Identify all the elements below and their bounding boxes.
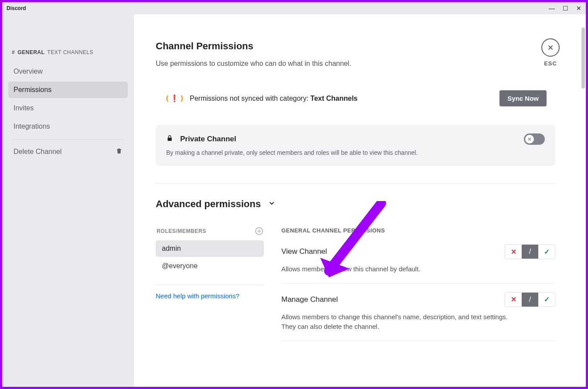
sync-prefix: Permissions not synced with category: [190,95,311,102]
close-button[interactable] [541,38,560,57]
chevron-down-icon [268,199,276,209]
add-role-button[interactable]: + [255,227,263,235]
advanced-permissions-title: Advanced permissions [156,198,261,210]
page-subtitle: Use permissions to customize who can do … [156,60,555,68]
trash-icon [116,147,123,156]
close-settings: ESC [541,38,560,67]
help-permissions-link[interactable]: Need help with permissions? [156,292,239,300]
sidebar-item-invites[interactable]: Invites [8,100,128,116]
sync-now-button[interactable]: Sync Now [499,90,547,106]
toggle-thumb [525,135,534,143]
permission-allow-button[interactable]: ✓ [538,293,555,307]
permissions-section-header: GENERAL CHANNEL PERMISSIONS [281,227,555,234]
sync-notice: ❪❗❫ Permissions not synced with category… [156,85,555,112]
permission-divider [281,283,555,283]
channel-name: GENERAL [17,49,44,55]
app-name: Discord [7,5,26,11]
permissions-list: GENERAL CHANNEL PERMISSIONS View Channel… [281,227,555,350]
minimize-icon[interactable]: — [549,5,555,12]
permission-description: Allows members to view this channel by d… [281,264,508,274]
titlebar: Discord — ☐ ✕ [2,2,586,14]
permission-deny-button[interactable]: ✕ [505,293,522,307]
advanced-permissions-header[interactable]: Advanced permissions [156,198,555,210]
permissions-columns: ROLES/MEMBERS + admin @everyone Need hel… [156,227,555,350]
permission-divider [281,341,555,341]
roles-members-header: ROLES/MEMBERS [157,228,206,234]
permission-row-manage-channel: Manage Channel ✕ / ✓ Allows members to c… [281,292,555,332]
sidebar-item-integrations[interactable]: Integrations [8,118,128,135]
role-item-admin[interactable]: admin [156,240,264,257]
maximize-icon[interactable]: ☐ [563,5,568,12]
channel-category: TEXT CHANNELS [47,49,93,55]
section-divider [156,183,555,184]
close-label: ESC [541,60,560,67]
delete-channel-label: Delete Channel [14,148,62,156]
lock-icon [166,134,173,144]
close-window-icon[interactable]: ✕ [576,5,581,12]
sidebar-item-permissions[interactable]: Permissions [8,82,128,98]
permission-name: Manage Channel [281,295,338,304]
permission-tri-toggle: ✕ / ✓ [505,292,555,307]
sync-category: Text Channels [311,95,358,102]
sync-text: Permissions not synced with category: Te… [190,95,358,102]
warning-icon: ❪❗❫ [164,94,185,102]
roles-divider [156,285,264,285]
role-item-everyone[interactable]: @everyone [156,258,264,274]
content-area: ESC Channel Permissions Use permissions … [134,14,586,387]
window-controls: — ☐ ✕ [549,5,581,12]
page-title: Channel Permissions [156,41,555,52]
private-channel-card: Private Channel By making a channel priv… [156,125,555,166]
hash-icon: # [12,49,15,55]
permission-neutral-button[interactable]: / [522,245,538,259]
private-channel-description: By making a channel private, only select… [166,149,545,156]
settings-sidebar: # GENERAL TEXT CHANNELS Overview Permiss… [2,14,134,387]
sidebar-divider [13,139,123,140]
app-body: # GENERAL TEXT CHANNELS Overview Permiss… [2,14,586,387]
sidebar-channel-header: # GENERAL TEXT CHANNELS [12,49,128,55]
sidebar-item-overview[interactable]: Overview [8,63,128,80]
app-window: Discord — ☐ ✕ # GENERAL TEXT CHANNELS Ov… [2,2,586,387]
private-channel-toggle[interactable] [524,133,545,145]
permission-allow-button[interactable]: ✓ [538,245,555,259]
permission-deny-button[interactable]: ✕ [505,245,522,259]
roles-column: ROLES/MEMBERS + admin @everyone Need hel… [156,227,264,350]
permission-name: View Channel [281,247,327,256]
sidebar-delete-channel[interactable]: Delete Channel [8,143,128,160]
permission-row-view-channel: View Channel ✕ / ✓ Allows members to vie… [281,244,555,274]
permission-neutral-button[interactable]: / [522,293,538,307]
private-channel-title: Private Channel [180,135,236,143]
permission-description: Allows members to change this channel's … [281,312,508,332]
permission-tri-toggle: ✕ / ✓ [505,244,555,259]
